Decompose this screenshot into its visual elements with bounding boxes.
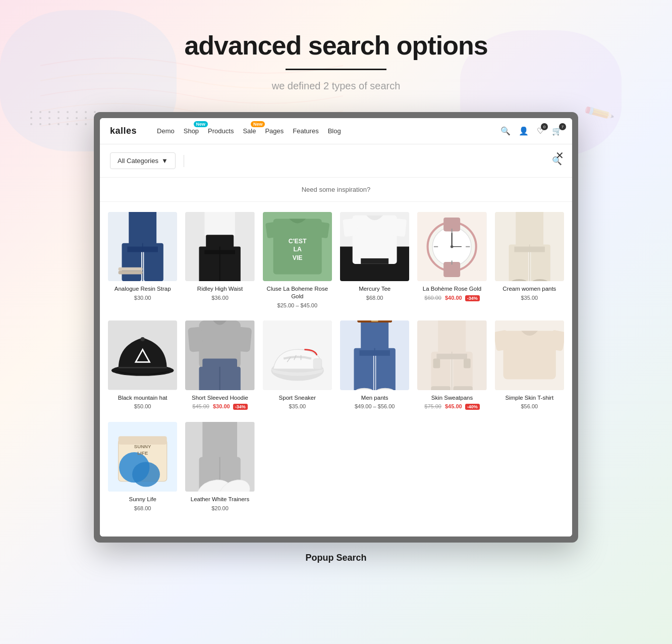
product-image-9	[263, 320, 332, 390]
price-original-8: $45.00	[192, 403, 209, 409]
product-price-14: $20.00	[185, 505, 254, 511]
product-card-4[interactable]: Mercury Tee $68.00	[336, 206, 413, 314]
product-price-7: $50.00	[108, 403, 177, 409]
product-card-12[interactable]: Simple Skin T-shirt $56.00	[491, 314, 568, 416]
product-image-8	[185, 320, 254, 390]
inspiration-label: Need some inspiration?	[100, 178, 572, 202]
product-name-12: Simple Skin T-shirt	[495, 394, 564, 402]
product-card-11[interactable]: Skin Sweatpans $75.00 $45.00 -40%	[413, 314, 490, 416]
price-sale-11: $45.00	[445, 403, 462, 409]
nav-badge-sale: New	[251, 121, 265, 127]
svg-rect-66	[313, 359, 321, 369]
product-image-13: SUNNY LIFE	[108, 422, 177, 491]
search-icon[interactable]: 🔍	[500, 126, 511, 136]
nav-item-sale[interactable]: Sale New	[243, 125, 256, 137]
nav-item-features[interactable]: Features	[293, 125, 318, 137]
product-card-8[interactable]: Short Sleeved Hoodie $45.00 $30.00 -34%	[181, 314, 258, 416]
product-card-1[interactable]: Analogue Resin Strap $30.00	[104, 206, 181, 314]
svg-rect-26	[391, 218, 407, 237]
svg-rect-86	[464, 359, 471, 368]
product-name-14: Leather White Trainers	[185, 496, 254, 503]
svg-rect-68	[361, 320, 388, 352]
svg-rect-56	[236, 327, 252, 352]
nav-badge-shop: New	[194, 121, 208, 127]
product-price-13: $68.00	[108, 505, 177, 511]
svg-rect-55	[188, 327, 204, 352]
wishlist-badge: 0	[541, 123, 548, 130]
product-card-2[interactable]: Ridley High Waist $36.00	[181, 206, 258, 314]
discount-badge-8: -34%	[233, 404, 248, 410]
product-image-3: C'EST LA VIE	[263, 212, 332, 281]
svg-rect-88	[503, 331, 555, 380]
svg-rect-58	[199, 367, 218, 390]
svg-rect-18	[315, 222, 329, 238]
search-popup: ✕ All Categories ▼ 🔍 Need some inspirati…	[100, 144, 572, 536]
product-svg-2	[185, 212, 254, 281]
product-image-2	[185, 212, 254, 281]
page-title: advanced search options	[184, 30, 487, 61]
svg-point-39	[451, 245, 453, 248]
svg-rect-6	[119, 267, 143, 271]
nav-icons: 🔍 👤 ♡ 0 🛒 7	[500, 126, 562, 136]
product-name-7: Black mountain hat	[108, 394, 177, 402]
svg-rect-7	[119, 271, 143, 275]
price-original-11: $75.00	[424, 403, 441, 409]
category-select[interactable]: All Categories ▼	[110, 152, 176, 169]
price-sale-8: $30.00	[213, 403, 230, 409]
close-button[interactable]: ✕	[555, 150, 564, 160]
svg-rect-27	[361, 258, 388, 264]
cart-icon[interactable]: 🛒 7	[552, 126, 562, 136]
product-card-6[interactable]: Cream women pants $35.00	[491, 206, 568, 314]
svg-text:SUNNY: SUNNY	[134, 443, 151, 449]
svg-rect-41	[516, 212, 543, 250]
product-price-6: $35.00	[495, 295, 564, 301]
product-svg-8	[185, 320, 254, 390]
product-card-10[interactable]: Men pants $49.00 – $56.00	[336, 314, 413, 416]
product-name-10: Men pants	[340, 394, 409, 402]
discount-badge-5: -34%	[465, 295, 480, 301]
svg-rect-24	[353, 216, 397, 264]
wishlist-icon[interactable]: ♡ 0	[537, 126, 544, 136]
product-svg-6	[495, 212, 564, 281]
product-card-3[interactable]: C'EST LA VIE Cluse La Boheme Rose Gold $…	[259, 206, 336, 314]
navbar-logo: kalles	[110, 126, 137, 136]
svg-text:LA: LA	[293, 246, 302, 253]
product-name-2: Ridley High Waist	[185, 285, 254, 293]
svg-rect-78	[438, 320, 466, 355]
product-card-13[interactable]: SUNNY LIFE Sunny Life $68.00	[104, 416, 181, 517]
svg-point-95	[132, 462, 160, 487]
product-svg-3: C'EST LA VIE	[263, 212, 332, 281]
product-card-5[interactable]: La Bohème Rose Gold $60.00 $40.00 -34%	[413, 206, 490, 314]
browser-inner: kalles Demo Shop New Products Sale New P…	[100, 118, 572, 536]
product-name-3: Cluse La Boheme Rose Gold	[263, 285, 332, 300]
svg-rect-25	[343, 218, 358, 237]
nav-item-products[interactable]: Products	[208, 125, 234, 137]
nav-item-shop[interactable]: Shop New	[184, 125, 199, 137]
price-original-5: $60.00	[424, 295, 441, 301]
svg-rect-17	[265, 222, 280, 238]
product-svg-1	[108, 212, 177, 281]
category-label: All Categories	[118, 157, 158, 165]
product-name-6: Cream women pants	[495, 285, 564, 293]
account-icon[interactable]: 👤	[519, 126, 529, 136]
cart-badge: 7	[559, 123, 566, 130]
product-card-7[interactable]: Black mountain hat $50.00	[104, 314, 181, 416]
product-svg-11	[417, 320, 486, 390]
popup-search-label: Popup Search	[295, 543, 376, 573]
svg-text:VIE: VIE	[292, 254, 302, 261]
product-card-14[interactable]: Leather White Trainers $20.00	[181, 416, 258, 517]
product-price-3: $25.00 – $45.00	[263, 302, 332, 308]
product-card-9[interactable]: Sport Sneaker $35.00	[259, 314, 336, 416]
svg-text:LIFE: LIFE	[137, 450, 148, 456]
svg-rect-76	[371, 320, 378, 322]
search-input[interactable]	[192, 153, 546, 169]
svg-point-52	[141, 337, 145, 341]
nav-item-pages[interactable]: Pages	[265, 125, 284, 137]
product-image-10	[340, 320, 409, 390]
product-image-14	[185, 422, 254, 491]
product-price-12: $56.00	[495, 403, 564, 409]
nav-item-demo[interactable]: Demo	[157, 125, 175, 137]
nav-item-blog[interactable]: Blog	[328, 125, 341, 137]
title-underline	[286, 69, 386, 70]
nav-items: Demo Shop New Products Sale New Pages Fe…	[157, 125, 490, 137]
